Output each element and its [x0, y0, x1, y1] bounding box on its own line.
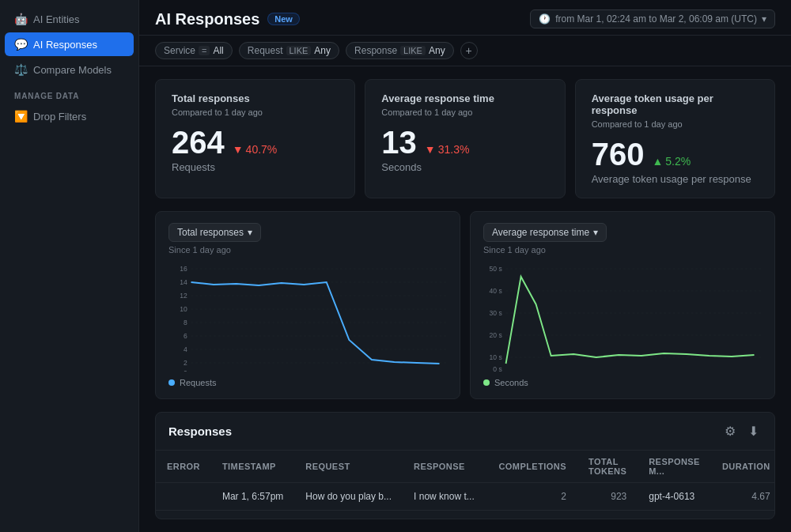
cell-duration-1: 4.67 — [711, 483, 775, 511]
chart-avg-response: Average response time ▾ Since 1 day ago — [470, 211, 775, 399]
cell-timestamp-2: Mar 1, 6:56pm — [211, 511, 294, 520]
chart-since-total: Since 1 day ago — [168, 245, 447, 255]
sidebar-item-ai-responses[interactable]: 💬 AI Responses — [5, 32, 134, 56]
filter-key-response: Response — [354, 45, 397, 56]
filter-val-service: All — [213, 45, 223, 56]
stat-card-token-usage: Average token usage per response Compare… — [575, 79, 775, 198]
stat-compare-avg: Compared to 1 day ago — [381, 108, 548, 117]
svg-text:Mar 01,: Mar 01, — [271, 370, 292, 372]
stat-unit-avg: Seconds — [381, 161, 548, 173]
cell-error-2 — [156, 511, 211, 520]
table-row[interactable]: Mar 1, 6:56pm How do you play d... Dodge… — [156, 511, 775, 520]
col-completions: Completions — [487, 451, 577, 483]
main-content: AI Responses New 🕐 from Mar 1, 02:24 am … — [139, 0, 791, 532]
svg-text:50 s: 50 s — [490, 265, 503, 273]
stat-value-total: 264 — [172, 126, 225, 158]
chart-legend-avg: Seconds — [483, 378, 762, 387]
header-left: AI Responses New — [155, 10, 300, 28]
chevron-down-icon: ▾ — [593, 227, 598, 238]
cell-request-1: How do you play b... — [294, 483, 403, 511]
stat-card-total-responses: Total responses Compared to 1 day ago 26… — [155, 79, 355, 198]
table-settings-button[interactable]: ⚙ — [721, 422, 739, 440]
time-range-label: from Mar 1, 02:24 am to Mar 2, 06:09 am … — [555, 13, 757, 25]
stat-value-row-token: 760 ▲ 5.2% — [592, 138, 759, 170]
chart-title-btn-total[interactable]: Total responses ▾ — [168, 223, 261, 242]
sidebar-item-label: AI Entities — [33, 13, 80, 25]
stat-change-token: ▲ 5.2% — [652, 155, 691, 168]
chart-title-label: Total responses — [177, 227, 244, 238]
responses-table: Error Timestamp Request Response Complet… — [156, 451, 775, 519]
chart-title-btn-avg[interactable]: Average response time ▾ — [483, 223, 607, 242]
filter-op-request: LIKE — [286, 46, 312, 55]
chevron-down-icon: ▾ — [248, 227, 252, 238]
sidebar: 🤖 AI Entities 💬 AI Responses ⚖️ Compare … — [0, 0, 139, 532]
responses-table-section: Responses ⚙ ⬇ Error Timestamp Request Re… — [155, 412, 775, 519]
stat-value-row-total: 264 ▼ 40.7% — [172, 126, 339, 158]
chart-since-avg: Since 1 day ago — [483, 245, 762, 255]
filter-service[interactable]: Service = All — [155, 42, 233, 59]
time-range-picker[interactable]: 🕐 from Mar 1, 02:24 am to Mar 2, 06:09 a… — [530, 9, 775, 28]
filter-response[interactable]: Response LIKE Any — [346, 42, 454, 59]
svg-text:Mar 02,: Mar 02, — [392, 370, 412, 372]
svg-text:30 s: 30 s — [490, 309, 503, 317]
legend-label-requests: Requests — [180, 378, 216, 387]
svg-text:Mar 01,: Mar 01, — [518, 370, 539, 372]
new-badge: New — [267, 13, 300, 25]
drop-filters-icon: 🔽 — [14, 110, 27, 123]
chart-header-avg: Average response time ▾ — [483, 223, 762, 242]
chart-header-total: Total responses ▾ — [168, 223, 447, 242]
filter-key-service: Service — [164, 45, 195, 56]
sidebar-item-ai-entities[interactable]: 🤖 AI Entities — [5, 7, 134, 31]
ai-responses-icon: 💬 — [14, 38, 27, 51]
ai-entities-icon: 🤖 — [14, 13, 27, 25]
stat-compare-token: Compared to 1 day ago — [592, 119, 759, 129]
chevron-down-icon: ▾ — [762, 13, 766, 25]
stat-card-avg-response: Average response time Compared to 1 day … — [365, 79, 565, 198]
filter-val-response: Any — [429, 45, 445, 56]
filter-bar: Service = All Request LIKE Any Response … — [139, 36, 791, 66]
filter-val-request: Any — [314, 45, 331, 56]
table-header-row: Responses ⚙ ⬇ — [156, 413, 774, 451]
stat-title-token: Average token usage per response — [592, 92, 759, 116]
sidebar-item-compare-models[interactable]: ⚖️ Compare Models — [5, 58, 134, 81]
charts-row: Total responses ▾ Since 1 day ago — [155, 211, 775, 399]
svg-text:16: 16 — [180, 265, 187, 273]
svg-text:10 s: 10 s — [490, 353, 503, 361]
content-area: Total responses Compared to 1 day ago 26… — [139, 66, 791, 532]
table-row[interactable]: Mar 1, 6:57pm How do you play b... I now… — [156, 483, 775, 511]
add-filter-button[interactable]: + — [460, 42, 478, 59]
svg-text:40 s: 40 s — [490, 287, 503, 295]
cell-completions-1: 2 — [487, 483, 577, 511]
filter-op-service: = — [199, 46, 210, 55]
chart-area-total: 16 14 12 10 8 6 4 2 0 Mar 01, 6:00am — [168, 261, 447, 372]
chart-legend-total: Requests — [168, 378, 447, 387]
stat-title-total: Total responses — [172, 92, 339, 104]
cell-completions-2: 2 — [487, 511, 577, 520]
table-header: Error Timestamp Request Response Complet… — [156, 451, 775, 483]
sidebar-item-drop-filters[interactable]: 🔽 Drop Filters — [5, 104, 134, 128]
table-actions: ⚙ ⬇ — [721, 422, 762, 440]
legend-dot-seconds — [483, 379, 490, 386]
stat-value-avg: 13 — [381, 126, 417, 158]
stat-compare-total: Compared to 1 day ago — [172, 108, 339, 117]
svg-text:Mar 01,: Mar 01, — [586, 370, 607, 372]
stat-title-avg: Average response time — [381, 92, 548, 104]
cell-error-1 — [156, 483, 211, 511]
svg-text:0 s: 0 s — [493, 365, 502, 372]
cell-tokens-2: 563 — [577, 511, 638, 520]
sidebar-item-label: Compare Models — [33, 64, 112, 76]
cell-response-2: Dodgeball is ... — [403, 511, 487, 520]
clock-icon: 🕐 — [539, 13, 551, 25]
svg-text:8: 8 — [184, 319, 187, 326]
cell-model-2: gpt-4-0613 — [638, 511, 711, 520]
stat-unit-total: Requests — [172, 161, 339, 173]
stats-row: Total responses Compared to 1 day ago 26… — [155, 79, 775, 198]
table-download-button[interactable]: ⬇ — [745, 422, 762, 440]
col-total-tokens: Total tokens — [577, 451, 638, 483]
filter-request[interactable]: Request LIKE Any — [239, 42, 339, 59]
col-request: Request — [294, 451, 403, 483]
svg-text:Mar 01,: Mar 01, — [653, 370, 674, 372]
legend-dot-requests — [168, 379, 175, 386]
cell-response-1: I now know t... — [403, 483, 487, 511]
page-header: AI Responses New 🕐 from Mar 1, 02:24 am … — [139, 0, 791, 36]
